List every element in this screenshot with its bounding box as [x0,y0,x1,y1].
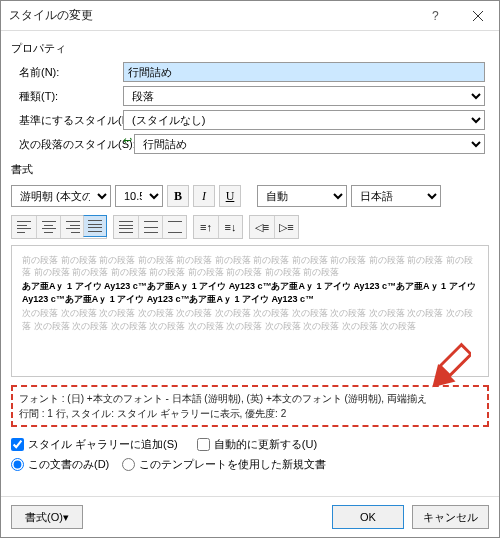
radio-this-document-label[interactable]: この文書のみ(D) [11,457,109,472]
close-button[interactable] [457,1,499,31]
spacing-group: ≡↑ ≡↓ [193,215,243,239]
radio-template-label[interactable]: このテンプレートを使用した新規文書 [122,457,326,472]
linespace-group [113,215,187,239]
properties-section-label: プロパティ [11,41,489,56]
base-style-select[interactable]: (スタイルなし) [123,110,485,130]
format-menu-button[interactable]: 書式(O) ▾ [11,505,83,529]
cancel-button[interactable]: キャンセル [412,505,489,529]
paragraph-toolbar: ≡↑ ≡↓ ◁≡ ▷≡ [11,215,489,239]
type-label: 種類(T): [11,89,119,104]
italic-button[interactable]: I [193,185,215,207]
modify-style-dialog: スタイルの変更 ? プロパティ 名前(N): 種類(T): 段落 基準にするスタ… [0,0,500,538]
indent-decrease-button[interactable]: ◁≡ [250,216,274,238]
refresh-icon: ↩ [123,134,132,154]
dialog-content: プロパティ 名前(N): 種類(T): 段落 基準にするスタイル(B): (スタ… [1,31,499,496]
desc-line-1: フォント : (日) +本文のフォント - 日本語 (游明朝), (英) +本文… [19,391,481,406]
type-select[interactable]: 段落 [123,86,485,106]
indent-group: ◁≡ ▷≡ [249,215,299,239]
underline-button[interactable]: U [219,185,241,207]
align-right-button[interactable] [60,216,84,238]
help-button[interactable]: ? [415,1,457,31]
desc-line-2: 行間 : 1 行, スタイル: スタイル ギャラリーに表示, 優先度: 2 [19,406,481,421]
titlebar: スタイルの変更 ? [1,1,499,31]
preview-next-paragraph: 次の段落 次の段落 次の段落 次の段落 次の段落 次の段落 次の段落 次の段落 … [22,307,478,331]
font-lang-select[interactable]: 日本語 [351,185,441,207]
bold-button[interactable]: B [167,185,189,207]
indent-increase-button[interactable]: ▷≡ [274,216,298,238]
linespace-2-button[interactable] [162,216,186,238]
svg-text:?: ? [432,10,439,22]
options-checks: スタイル ギャラリーに追加(S) 自動的に更新する(U) [11,437,489,453]
font-toolbar: 游明朝 (本文のフォ 10.5 B I U 自動 日本語 [11,185,489,207]
radio-this-document[interactable] [11,458,24,471]
space-before-dec[interactable]: ≡↓ [218,216,242,238]
gallery-checkbox-label[interactable]: スタイル ギャラリーに追加(S) [11,437,178,452]
preview-sample-text: あア亜Aｙ 1 アイウ Ay123 c™あア亜Aｙ 1 アイウ Ay123 c™… [22,280,478,305]
linespace-1-5-button[interactable] [138,216,162,238]
base-label: 基準にするスタイル(B): [11,113,119,128]
scope-radios: この文書のみ(D) このテンプレートを使用した新規文書 [11,457,489,473]
gallery-checkbox[interactable] [11,438,24,451]
radio-template[interactable] [122,458,135,471]
dialog-title: スタイルの変更 [9,7,93,24]
space-before-inc[interactable]: ≡↑ [194,216,218,238]
align-center-button[interactable] [36,216,60,238]
align-left-button[interactable] [12,216,36,238]
name-input[interactable] [123,62,485,82]
align-group [11,215,107,239]
preview-prev-paragraph: 前の段落 前の段落 前の段落 前の段落 前の段落 前の段落 前の段落 前の段落 … [22,254,478,278]
font-color-select[interactable]: 自動 [257,185,347,207]
annotation-arrow-icon [413,335,471,393]
autoupdate-checkbox[interactable] [197,438,210,451]
font-size-select[interactable]: 10.5 [115,185,163,207]
linespace-1-button[interactable] [114,216,138,238]
next-label: 次の段落のスタイル(S): [11,137,119,152]
next-style-select[interactable]: 行間詰め [134,134,485,154]
style-description: フォント : (日) +本文のフォント - 日本語 (游明朝), (英) +本文… [11,385,489,427]
svg-marker-4 [432,364,455,387]
font-name-select[interactable]: 游明朝 (本文のフォ [11,185,111,207]
format-section-label: 書式 [11,162,489,177]
button-bar: 書式(O) ▾ OK キャンセル [1,496,499,537]
ok-button[interactable]: OK [332,505,404,529]
autoupdate-checkbox-label[interactable]: 自動的に更新する(U) [197,437,317,452]
align-justify-button[interactable] [83,215,107,237]
name-label: 名前(N): [11,65,119,80]
